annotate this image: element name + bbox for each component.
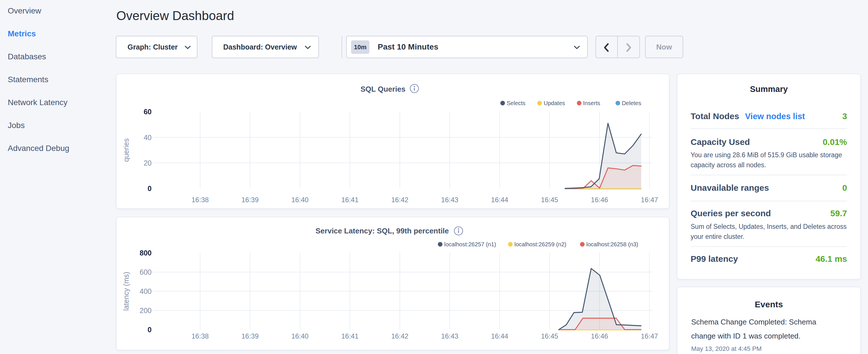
svg-text:16:43: 16:43: [441, 332, 458, 340]
svg-text:16:40: 16:40: [291, 332, 309, 340]
svg-text:600: 600: [140, 268, 152, 276]
svg-text:40: 40: [144, 133, 152, 141]
svg-text:queries: queries: [122, 138, 130, 162]
svg-text:20: 20: [144, 159, 152, 167]
svg-text:0: 0: [148, 185, 152, 192]
svg-text:800: 800: [140, 249, 152, 257]
svg-text:400: 400: [140, 287, 152, 295]
svg-text:16:38: 16:38: [191, 332, 209, 340]
svg-text:16:41: 16:41: [341, 196, 359, 204]
svg-text:16:47: 16:47: [641, 196, 658, 204]
svg-text:0: 0: [148, 326, 152, 334]
svg-text:16:39: 16:39: [241, 332, 258, 340]
svg-text:16:39: 16:39: [241, 196, 258, 204]
svg-text:16:40: 16:40: [291, 196, 309, 204]
svg-text:16:46: 16:46: [591, 332, 608, 340]
svg-text:60: 60: [144, 108, 152, 116]
svg-text:16:41: 16:41: [341, 332, 359, 340]
svg-text:16:38: 16:38: [191, 196, 209, 204]
svg-text:16:44: 16:44: [491, 196, 508, 204]
svg-text:16:46: 16:46: [591, 196, 608, 204]
svg-text:16:45: 16:45: [541, 196, 558, 204]
svg-text:16:47: 16:47: [641, 332, 658, 340]
svg-text:latency (ms): latency (ms): [122, 272, 130, 311]
svg-text:16:45: 16:45: [541, 332, 558, 340]
svg-text:16:42: 16:42: [391, 196, 408, 204]
svg-text:16:44: 16:44: [491, 332, 508, 340]
svg-text:200: 200: [140, 307, 152, 315]
svg-text:16:43: 16:43: [441, 196, 458, 204]
svg-text:16:42: 16:42: [391, 332, 408, 340]
